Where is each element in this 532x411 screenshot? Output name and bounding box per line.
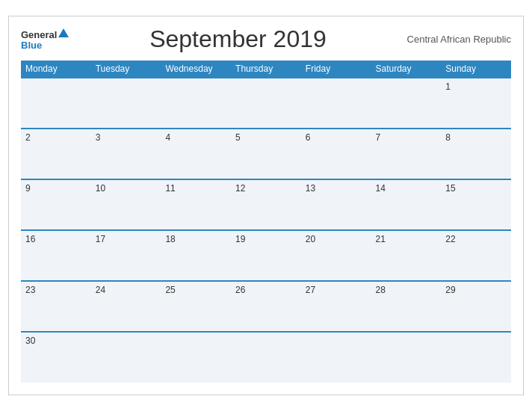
- logo: General Blue: [21, 28, 69, 52]
- weekday-header-tuesday: Tuesday: [91, 61, 161, 78]
- calendar-cell: 24: [91, 281, 161, 332]
- day-number: 22: [445, 234, 455, 244]
- calendar-cell: 18: [161, 230, 231, 281]
- day-number: 19: [235, 234, 245, 244]
- weekday-header-sunday: Sunday: [441, 61, 511, 78]
- calendar-cell: 22: [441, 230, 511, 281]
- calendar-cell: 12: [231, 179, 301, 230]
- calendar-cell: [371, 78, 442, 129]
- calendar-cell: 16: [21, 230, 91, 281]
- day-number: 11: [165, 183, 175, 194]
- day-number: 17: [96, 234, 105, 244]
- day-number: 15: [445, 183, 455, 194]
- day-number: 7: [376, 132, 381, 143]
- day-number: 8: [445, 132, 451, 143]
- day-number: 2: [25, 132, 31, 143]
- calendar-cell: 6: [301, 129, 371, 179]
- calendar-region: Central African Republic: [407, 34, 511, 45]
- calendar-cell: [21, 78, 91, 129]
- calendar-cell: 29: [441, 281, 511, 332]
- calendar-cell: 9: [21, 179, 91, 230]
- calendar-cell: 3: [91, 129, 161, 179]
- day-number: 20: [306, 234, 315, 244]
- calendar-cell: 7: [371, 129, 442, 179]
- calendar-cell: [231, 78, 301, 129]
- day-number: 4: [165, 132, 170, 143]
- day-number: 30: [25, 336, 35, 346]
- calendar-cell: 30: [21, 332, 91, 383]
- calendar-cell: 11: [161, 179, 231, 230]
- week-row-1: 1: [21, 78, 511, 129]
- calendar-cell: 26: [231, 281, 301, 332]
- calendar-cell: 25: [161, 281, 231, 332]
- day-number: 23: [25, 285, 35, 295]
- day-number: 12: [235, 183, 245, 194]
- calendar-cell: 27: [301, 281, 371, 332]
- calendar-cell: 17: [91, 230, 161, 281]
- day-number: 21: [376, 234, 386, 244]
- calendar-cell: 20: [301, 230, 371, 281]
- logo-general: General: [21, 28, 69, 41]
- weekday-header-thursday: Thursday: [231, 61, 301, 78]
- day-number: 25: [165, 285, 175, 295]
- week-row-3: 9101112131415: [21, 179, 511, 230]
- calendar-title: September 2019: [69, 25, 406, 53]
- calendar-cell: [371, 332, 442, 383]
- day-number: 9: [25, 183, 31, 194]
- calendar-cell: 23: [21, 281, 91, 332]
- weekday-header-saturday: Saturday: [371, 61, 442, 78]
- calendar-cell: 10: [91, 179, 161, 230]
- day-number: 10: [96, 183, 105, 194]
- calendar-cell: 13: [301, 179, 371, 230]
- calendar-cell: [91, 78, 161, 129]
- calendar-cell: 21: [371, 230, 442, 281]
- calendar-cell: [301, 332, 371, 383]
- weekday-header-friday: Friday: [301, 61, 371, 78]
- calendar-cell: 5: [231, 129, 301, 179]
- day-number: 29: [445, 285, 455, 295]
- day-number: 26: [235, 285, 245, 295]
- day-number: 27: [306, 285, 315, 295]
- day-number: 16: [25, 234, 35, 244]
- calendar-cell: 15: [441, 179, 511, 230]
- calendar-cell: 19: [231, 230, 301, 281]
- day-number: 3: [96, 132, 101, 143]
- day-number: 13: [306, 183, 315, 194]
- weekday-header-monday: Monday: [21, 61, 91, 78]
- calendar-grid: MondayTuesdayWednesdayThursdayFridaySatu…: [21, 61, 511, 383]
- day-number: 1: [445, 81, 451, 92]
- calendar: General Blue September 2019 Central Afri…: [8, 16, 524, 395]
- calendar-header: General Blue September 2019 Central Afri…: [21, 25, 511, 53]
- day-number: 14: [376, 183, 386, 194]
- week-row-6: 30: [21, 332, 511, 383]
- weekday-header-wednesday: Wednesday: [161, 61, 231, 78]
- day-number: 24: [96, 285, 105, 295]
- calendar-cell: 8: [441, 129, 511, 179]
- day-number: 6: [306, 132, 311, 143]
- day-number: 18: [165, 234, 175, 244]
- calendar-cell: [91, 332, 161, 383]
- day-number: 28: [376, 285, 386, 295]
- week-row-4: 16171819202122: [21, 230, 511, 281]
- calendar-cell: [161, 78, 231, 129]
- calendar-cell: [231, 332, 301, 383]
- calendar-cell: [161, 332, 231, 383]
- calendar-cell: [441, 332, 511, 383]
- calendar-cell: 28: [371, 281, 442, 332]
- logo-blue: Blue: [21, 40, 69, 51]
- logo-triangle-icon: [58, 28, 69, 37]
- day-number: 5: [235, 132, 241, 143]
- calendar-cell: 1: [441, 78, 511, 129]
- calendar-cell: 4: [161, 129, 231, 179]
- calendar-cell: 2: [21, 129, 91, 179]
- week-row-5: 23242526272829: [21, 281, 511, 332]
- calendar-cell: 14: [371, 179, 442, 230]
- week-row-2: 2345678: [21, 129, 511, 179]
- weekday-header-row: MondayTuesdayWednesdayThursdayFridaySatu…: [21, 61, 511, 78]
- calendar-cell: [301, 78, 371, 129]
